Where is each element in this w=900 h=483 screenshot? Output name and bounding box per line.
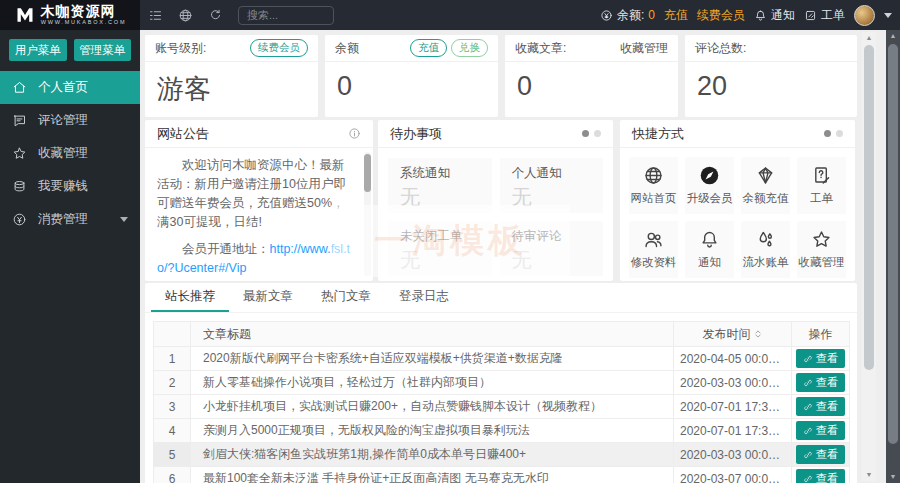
scroll-down-icon[interactable]: ▼ xyxy=(862,470,876,480)
info-icon[interactable] xyxy=(348,127,361,140)
tab-hot[interactable]: 热门文章 xyxy=(307,283,385,312)
renew-vip-badge[interactable]: 续费会员 xyxy=(250,39,308,57)
link-icon xyxy=(803,378,813,388)
favorites-manage-link[interactable]: 收藏管理 xyxy=(620,40,668,57)
link-icon xyxy=(803,402,813,412)
table-row: 6 最新100套全新未泛滥 手持身份证+正反面高清图 无马赛克无水印 2020-… xyxy=(154,467,850,483)
row-no: 1 xyxy=(154,347,191,371)
logo-m-icon xyxy=(14,5,36,25)
user-menu-caret-icon[interactable] xyxy=(884,13,892,18)
user-menu-button[interactable]: 用户菜单 xyxy=(9,39,67,61)
row-title: 2020新版代刷网平台卡密系统+自适应双端模板+供货渠道+数据克隆 xyxy=(191,347,674,371)
stat-label: 评论总数: xyxy=(695,40,746,57)
chevron-down-icon xyxy=(120,217,128,222)
row-time: 2020-03-03 00:00:00 xyxy=(674,443,792,467)
site-logo[interactable]: 木咖资源网 WWW.MUKABOX.COM xyxy=(0,0,140,30)
tab-recommended[interactable]: 站长推荐 xyxy=(151,283,229,312)
ticket-icon xyxy=(804,9,817,22)
sidebar-item-favorites[interactable]: 收藏管理 xyxy=(0,137,140,170)
exchange-badge[interactable]: 兑换 xyxy=(451,39,488,57)
row-no: 6 xyxy=(154,467,191,483)
admin-menu-button[interactable]: 管理菜单 xyxy=(74,39,132,61)
row-title: 最新100套全新未泛滥 手持身份证+正反面高清图 无马赛克无水印 xyxy=(191,467,674,483)
table-row: 5 剑眉大侠:猫客闲鱼实战班第1期,操作简单0成本单号日赚400+ 2020-0… xyxy=(154,443,850,467)
refresh-icon[interactable] xyxy=(200,0,230,30)
carousel-dot-active[interactable] xyxy=(824,130,831,137)
sidebar-item-spend[interactable]: 消费管理 xyxy=(0,203,140,236)
table-row: 4 亲测月入5000正规项目，无版权风险的淘宝虚拟项目暴利玩法 2020-07-… xyxy=(154,419,850,443)
announcement-line-vip: 会员开通地址：http://www.fsl.to/?Ucenter#/Vip xyxy=(157,240,353,278)
row-time: 2020-04-05 00:00:00 xyxy=(674,347,792,371)
globe-icon[interactable] xyxy=(170,0,200,30)
sidebar: 用户菜单 管理菜单 个人首页 评论管理 收藏管理 我要赚钱 消费管理 xyxy=(0,30,140,483)
view-button[interactable]: 查看 xyxy=(796,349,845,368)
star-icon xyxy=(12,146,27,161)
todo-panel: 待办事项 系统通知无 个人通知无 未关闭工单无 待审评论无 xyxy=(378,120,613,281)
todo-personal-notice: 个人通知无 xyxy=(500,158,604,213)
carousel-dot-active[interactable] xyxy=(582,130,589,137)
ticket-link[interactable]: 工单 xyxy=(804,7,845,24)
panel-title: 网站公告 xyxy=(157,125,209,143)
stat-value: 游客 xyxy=(145,62,318,116)
shortcut-site-home[interactable]: 网站首页 xyxy=(629,157,678,214)
users-icon xyxy=(643,229,664,250)
row-no: 5 xyxy=(154,443,191,467)
stat-card-level: 账号级别: 续费会员 游客 xyxy=(145,35,318,117)
view-button[interactable]: 查看 xyxy=(796,397,845,416)
shortcut-edit-profile[interactable]: 修改资料 xyxy=(629,221,678,278)
carousel-dot[interactable] xyxy=(836,130,843,137)
avatar[interactable] xyxy=(854,5,875,26)
recharge-link[interactable]: 充值 xyxy=(664,7,688,24)
view-button[interactable]: 查看 xyxy=(796,469,845,483)
row-time: 2020-03-07 00:00:00 xyxy=(674,467,792,483)
announcement-scrollbar-thumb[interactable] xyxy=(364,154,371,192)
search-input[interactable] xyxy=(238,6,334,25)
shortcut-upgrade-vip[interactable]: 升级会员 xyxy=(685,157,734,214)
carousel-dot[interactable] xyxy=(594,130,601,137)
table-row: 3 小龙虾挂机项目，实战测试日赚200+，自动点赞赚钱脚本设计（视频教程） 20… xyxy=(154,395,850,419)
balance-item[interactable]: 余额: 0 xyxy=(600,7,655,24)
home-icon xyxy=(12,80,27,95)
compass-icon xyxy=(699,165,720,186)
stat-value: 0 xyxy=(325,62,498,111)
renew-vip-link[interactable]: 续费会员 xyxy=(697,7,745,24)
tab-latest[interactable]: 最新文章 xyxy=(229,283,307,312)
shortcut-favorites[interactable]: 收藏管理 xyxy=(797,221,846,278)
sidebar-item-earn[interactable]: 我要赚钱 xyxy=(0,170,140,203)
announcement-body: 欢迎访问木咖资源中心！最新活动：新用户邀请注册10位用户即可赠送年费会员，充值赠… xyxy=(145,148,373,280)
coin-icon xyxy=(600,9,613,22)
view-button[interactable]: 查看 xyxy=(796,445,845,464)
shortcut-ticket[interactable]: 工单 xyxy=(797,157,846,214)
notice-link[interactable]: 通知 xyxy=(754,7,795,24)
announcement-text: 欢迎访问木咖资源中心！最新活动：新用户邀请注册10位用户即可赠送年费会员，充值赠… xyxy=(157,156,353,232)
recharge-badge[interactable]: 充值 xyxy=(410,39,447,57)
scroll-up-icon[interactable]: ▲ xyxy=(886,31,900,41)
drops-icon xyxy=(755,229,776,250)
shortcut-billing[interactable]: 流水账单 xyxy=(741,221,790,278)
view-button[interactable]: 查看 xyxy=(796,421,845,440)
stat-label: 账号级别: xyxy=(155,40,206,57)
star-icon xyxy=(811,229,832,250)
content-scrollbar-thumb[interactable] xyxy=(864,45,874,370)
scroll-up-icon[interactable]: ▲ xyxy=(862,33,876,43)
tab-login-log[interactable]: 登录日志 xyxy=(385,283,463,312)
menu-toggle-icon[interactable] xyxy=(140,0,170,30)
link-icon xyxy=(803,474,813,483)
row-no: 3 xyxy=(154,395,191,419)
row-title: 新人零基础操作小说项目，轻松过万（社群内部项目） xyxy=(191,371,674,395)
scroll-down-icon[interactable]: ▼ xyxy=(886,472,900,482)
shortcut-recharge[interactable]: 余额充值 xyxy=(741,157,790,214)
announcement-panel: 网站公告 欢迎访问木咖资源中心！最新活动：新用户邀请注册10位用户即可赠送年费会… xyxy=(145,120,373,281)
sidebar-item-comments[interactable]: 评论管理 xyxy=(0,104,140,137)
table-row: 2 新人零基础操作小说项目，轻松过万（社群内部项目） 2020-03-03 00… xyxy=(154,371,850,395)
shortcut-notice[interactable]: 通知 xyxy=(685,221,734,278)
sort-icon[interactable] xyxy=(753,328,763,342)
diamond-icon xyxy=(755,165,776,186)
window-scrollbar-thumb[interactable] xyxy=(888,44,898,444)
stat-label: 收藏文章: xyxy=(515,40,566,57)
view-button[interactable]: 查看 xyxy=(796,373,845,392)
panel-title: 待办事项 xyxy=(390,125,442,143)
sidebar-item-home[interactable]: 个人首页 xyxy=(0,71,140,104)
link-icon xyxy=(803,450,813,460)
window-scrollbar: ▲ ▼ xyxy=(886,30,900,483)
